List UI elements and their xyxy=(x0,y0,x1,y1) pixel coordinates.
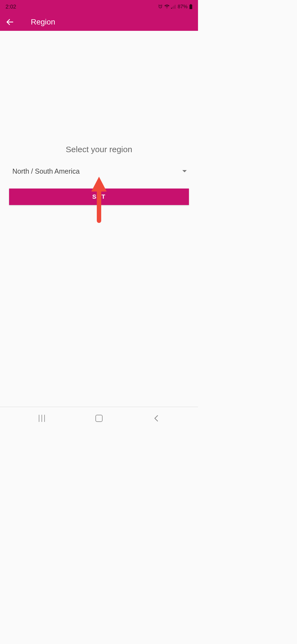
select-region-label: Select your region xyxy=(9,145,189,154)
home-icon xyxy=(95,415,103,422)
svg-rect-4 xyxy=(190,4,191,5)
page-title: Region xyxy=(31,18,55,26)
nav-home-button[interactable] xyxy=(91,410,107,427)
system-nav-bar xyxy=(0,407,198,429)
status-icons-right: 87% xyxy=(158,4,193,10)
wifi-icon xyxy=(164,5,169,9)
chevron-down-icon xyxy=(182,170,187,172)
main-content: Select your region North / South America… xyxy=(0,31,198,407)
region-selected-value: North / South America xyxy=(12,167,80,175)
status-time: 2:02 xyxy=(6,4,16,10)
svg-rect-1 xyxy=(172,7,173,9)
nav-back-button[interactable] xyxy=(148,410,164,427)
battery-percent: 87% xyxy=(178,4,188,10)
svg-rect-3 xyxy=(175,5,175,9)
status-bar: 2:02 87% xyxy=(0,0,198,13)
app-bar: Region xyxy=(0,13,198,31)
chevron-left-icon xyxy=(153,414,159,422)
back-button[interactable] xyxy=(5,17,15,27)
set-button[interactable]: SET xyxy=(9,189,189,205)
svg-rect-2 xyxy=(174,6,174,9)
arrow-left-icon xyxy=(6,18,14,26)
svg-rect-5 xyxy=(189,5,192,9)
alarm-icon xyxy=(158,4,163,9)
recents-icon xyxy=(39,415,45,422)
nav-recents-button[interactable] xyxy=(34,410,50,427)
svg-rect-0 xyxy=(171,8,172,9)
signal-icon xyxy=(171,5,176,9)
battery-icon xyxy=(189,4,193,9)
region-dropdown[interactable]: North / South America xyxy=(9,165,189,178)
